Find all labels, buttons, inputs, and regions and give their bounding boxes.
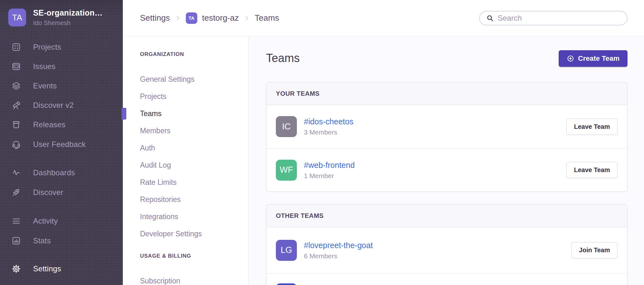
search-box[interactable]: [479, 11, 627, 25]
sidebar-item-issues[interactable]: Issues: [0, 59, 123, 73]
leave-team-button[interactable]: Leave Team: [566, 162, 618, 178]
team-link-idos-cheetos[interactable]: #idos-cheetos: [304, 117, 354, 126]
projects-icon: [11, 42, 21, 52]
search-icon: [486, 14, 494, 22]
leave-team-button[interactable]: Leave Team: [566, 119, 618, 135]
headset-icon: [11, 140, 21, 149]
settings-nav-section-usage-billing: USAGE & BILLING: [140, 251, 245, 261]
breadcrumb-org[interactable]: testorg-az: [202, 13, 239, 23]
settings-nav-item-general-settings[interactable]: General Settings: [140, 71, 245, 88]
sidebar-item-projects[interactable]: Projects: [0, 40, 123, 54]
org-user-name: Ido Shemesh: [33, 19, 109, 27]
settings-nav-item-projects[interactable]: Projects: [140, 88, 245, 105]
settings-nav-item-members[interactable]: Members: [140, 122, 245, 139]
pulse-icon: [11, 168, 21, 177]
settings-nav-item-rate-limits[interactable]: Rate Limits: [140, 174, 245, 191]
team-avatar: LG: [276, 240, 297, 261]
breadcrumb-teams[interactable]: Teams: [255, 13, 279, 23]
sidebar-item-settings[interactable]: Settings: [0, 262, 123, 276]
settings-nav-item-auth[interactable]: Auth: [140, 139, 245, 156]
create-team-button[interactable]: Create Team: [559, 50, 627, 67]
org-avatar-initials: TA: [12, 13, 22, 23]
team-avatar: WF: [276, 160, 297, 181]
sidebar-item-discover-v2[interactable]: Discover v2: [0, 98, 123, 112]
team-row-partial: [266, 273, 627, 285]
primary-sidebar: TA SE-organization… Ido Shemesh Projects…: [0, 0, 123, 285]
archive-icon: [11, 120, 21, 129]
active-nav-indicator: [122, 108, 126, 120]
sidebar-item-dashboards[interactable]: Dashboards: [0, 166, 123, 180]
breadcrumb-settings[interactable]: Settings: [140, 13, 170, 23]
team-link-web-frontend[interactable]: #web-frontend: [304, 161, 355, 170]
team-member-count: 1 Member: [304, 172, 355, 180]
telescope-icon: [11, 101, 21, 110]
issues-icon: [11, 62, 21, 71]
team-link-lovepreet-the-goat[interactable]: #lovepreet-the-goat: [304, 241, 373, 250]
other-teams-panel: OTHER TEAMS LG #lovepreet-the-goat 6 Mem…: [266, 204, 627, 285]
your-teams-panel: YOUR TEAMS IC #idos-cheetos 3 Members Le…: [266, 82, 627, 192]
breadcrumb-org-badge: TA: [186, 12, 197, 24]
plus-circle-icon: [567, 55, 574, 62]
join-team-button[interactable]: Join Team: [571, 242, 618, 258]
settings-nav: ORGANIZATION General Settings Projects T…: [140, 50, 245, 285]
other-teams-header: OTHER TEAMS: [266, 205, 627, 227]
breadcrumb: Settings TA testorg-az Teams: [140, 12, 279, 24]
chevron-right-icon: [175, 15, 181, 21]
settings-nav-item-repositories[interactable]: Repositories: [140, 191, 245, 208]
top-bar: Settings TA testorg-az Teams: [123, 0, 644, 36]
team-avatar: IC: [276, 116, 297, 137]
team-row-lovepreet-the-goat: LG #lovepreet-the-goat 6 Members Join Te…: [266, 227, 627, 273]
settings-nav-panel: ORGANIZATION General Settings Projects T…: [123, 36, 248, 285]
sentry-teams-settings-page: { "sidebar": { "org": { "initials": "TA"…: [0, 0, 644, 285]
team-member-count: 3 Members: [304, 129, 354, 136]
search-input[interactable]: [498, 14, 624, 23]
org-switcher[interactable]: TA SE-organization… Ido Shemesh: [8, 8, 109, 27]
events-icon: [11, 81, 21, 91]
gear-icon: [11, 264, 21, 274]
settings-nav-item-integrations[interactable]: Integrations: [140, 208, 245, 225]
create-team-label: Create Team: [578, 54, 620, 63]
settings-nav-item-teams[interactable]: Teams: [140, 105, 245, 122]
lines-icon: [11, 216, 21, 226]
settings-nav-section-organization: ORGANIZATION: [140, 50, 245, 59]
team-avatar-partial: [276, 283, 297, 285]
org-avatar: TA: [8, 9, 26, 26]
sidebar-item-events[interactable]: Events: [0, 79, 123, 93]
settings-nav-item-audit-log[interactable]: Audit Log: [140, 156, 245, 174]
page-title: Teams: [266, 50, 300, 66]
sidebar-item-activity[interactable]: Activity: [0, 214, 123, 228]
org-name: SE-organization…: [33, 8, 106, 17]
sidebar-item-user-feedback[interactable]: User Feedback: [0, 137, 123, 151]
team-row-web-frontend: WF #web-frontend 1 Member Leave Team: [266, 148, 627, 191]
your-teams-header: YOUR TEAMS: [266, 82, 627, 105]
bar-chart-icon: [11, 236, 21, 246]
settings-nav-item-subscription[interactable]: Subscription: [140, 272, 245, 285]
sidebar-item-releases[interactable]: Releases: [0, 118, 123, 132]
settings-nav-item-developer-settings[interactable]: Developer Settings: [140, 225, 245, 242]
sidebar-item-stats[interactable]: Stats: [0, 234, 123, 248]
chevron-right-icon: [244, 15, 250, 21]
rocket-icon: [11, 188, 21, 197]
sidebar-item-discover[interactable]: Discover: [0, 185, 123, 199]
team-member-count: 6 Members: [304, 252, 373, 260]
team-row-idos-cheetos: IC #idos-cheetos 3 Members Leave Team: [266, 105, 627, 148]
